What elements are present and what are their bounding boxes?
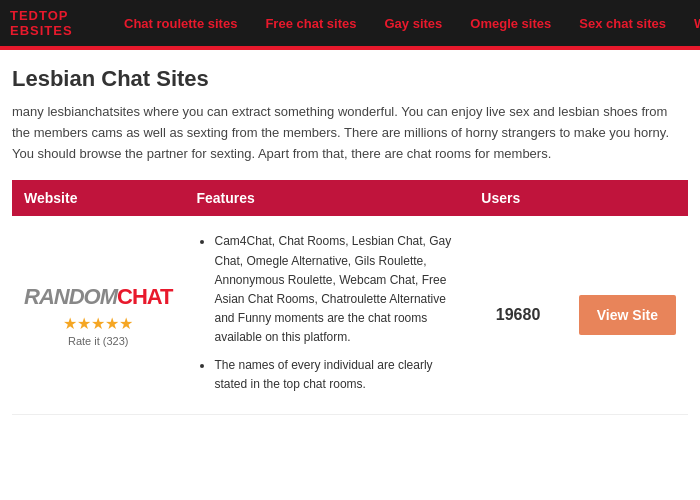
logo-random-part: RANDOM xyxy=(24,284,117,309)
logo-red-top: TEDTOP xyxy=(10,8,69,23)
table-header: Website Features Users xyxy=(12,180,688,216)
site-logo-text: RANDOMCHAT xyxy=(24,284,172,310)
view-site-cell: View Site xyxy=(567,216,688,414)
logo-chat-part: CHAT xyxy=(117,284,172,309)
star-rating[interactable]: ★★★★★ xyxy=(24,314,172,333)
page-description: many lesbianchatsites where you can extr… xyxy=(12,102,688,164)
features-list: Cam4Chat, Chat Rooms, Lesbian Chat, Gay … xyxy=(196,232,457,394)
website-cell: RANDOMCHAT ★★★★★ Rate it (323) xyxy=(12,216,184,414)
site-logo: TEDTOP EBSITES xyxy=(10,8,90,38)
main-nav: Chat roulette sites Free chat sites Gay … xyxy=(110,16,700,31)
nav-omegle-sites[interactable]: Omegle sites xyxy=(456,16,565,31)
rate-count: (323) xyxy=(103,335,129,347)
col-features: Features xyxy=(184,180,469,216)
nav-sex-chat[interactable]: Sex chat sites xyxy=(565,16,680,31)
nav-webcam[interactable]: Webc xyxy=(680,16,700,31)
features-cell: Cam4Chat, Chat Rooms, Lesbian Chat, Gay … xyxy=(184,216,469,414)
col-users: Users xyxy=(469,180,566,216)
nav-free-chat[interactable]: Free chat sites xyxy=(251,16,370,31)
col-website: Website xyxy=(12,180,184,216)
feature-item-1: Cam4Chat, Chat Rooms, Lesbian Chat, Gay … xyxy=(214,232,457,347)
nav-gay-sites[interactable]: Gay sites xyxy=(370,16,456,31)
logo-red-bottom: EBSITES xyxy=(10,23,73,38)
header: TEDTOP EBSITES Chat roulette sites Free … xyxy=(0,0,700,46)
sites-table: Website Features Users RANDOMCHAT ★★★★★ … xyxy=(12,180,688,415)
rate-label: Rate it (323) xyxy=(24,335,172,347)
page-title: Lesbian Chat Sites xyxy=(12,66,688,92)
col-action xyxy=(567,180,688,216)
rate-it-text: Rate it xyxy=(68,335,100,347)
logo-top: TEDTOP xyxy=(10,8,90,23)
nav-chat-roulette[interactable]: Chat roulette sites xyxy=(110,16,251,31)
view-site-button[interactable]: View Site xyxy=(579,295,676,335)
users-cell: 19680 xyxy=(469,216,566,414)
page-content: Lesbian Chat Sites many lesbianchatsites… xyxy=(0,50,700,427)
logo-bottom: EBSITES xyxy=(10,23,90,38)
feature-item-2: The names of every individual are clearl… xyxy=(214,356,457,394)
table-row: RANDOMCHAT ★★★★★ Rate it (323) Cam4Chat,… xyxy=(12,216,688,414)
